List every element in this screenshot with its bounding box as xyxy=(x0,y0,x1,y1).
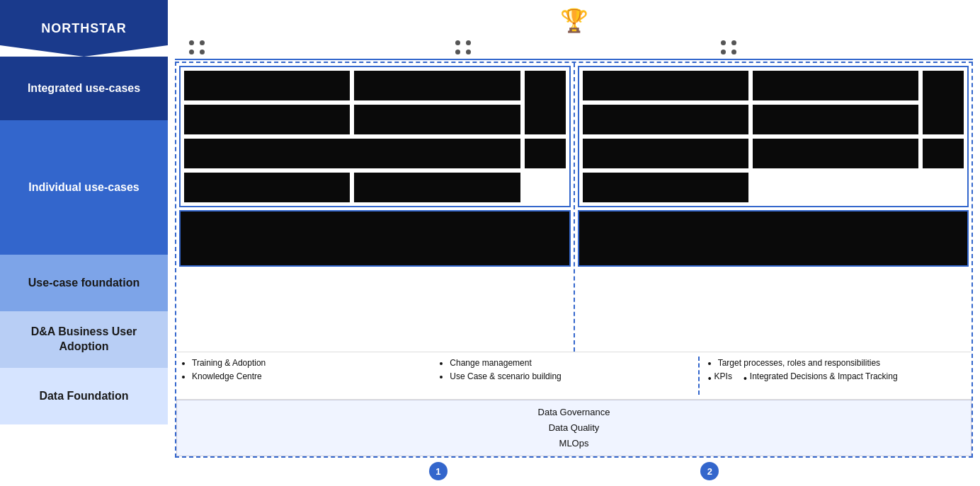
bullet-dot-mid-3 xyxy=(455,50,460,54)
adoption-item-6: KPIs xyxy=(714,370,732,383)
bullet-dot-right-2 xyxy=(731,40,736,45)
foundation-box-right xyxy=(578,210,969,267)
uc-cell-9 xyxy=(353,172,520,203)
uc-cell-4 xyxy=(183,104,351,135)
trophy-icon: 🏆 xyxy=(560,7,588,34)
sidebar-northstar: NORTHSTAR xyxy=(0,0,168,57)
dna-label: D&A Business User Adoption xyxy=(8,325,159,354)
header-section: 🏆 xyxy=(175,4,973,60)
bullet-row-1 xyxy=(189,38,427,45)
bullet-dot-3 xyxy=(189,50,194,54)
uc-cell-5 xyxy=(353,104,520,135)
adoption-item-7: Integrated Decisions & Impact Tracking xyxy=(750,370,898,383)
uc-cell-8 xyxy=(183,172,351,203)
trophy-row: 🏆 xyxy=(175,4,973,37)
adoption-item-5: Target processes, roles and responsibili… xyxy=(718,358,880,368)
bullet-row-right-2 xyxy=(721,47,959,54)
circle-label-2: 2 xyxy=(700,462,719,480)
bullet-dot-right-1 xyxy=(721,40,726,45)
sidebar: NORTHSTAR Integrated use-cases Individua… xyxy=(0,0,168,486)
bullet-row-mid-2 xyxy=(455,47,693,54)
uc-r-cell-4 xyxy=(582,104,749,135)
uc-r-cell-6 xyxy=(582,138,749,169)
circle-num-1: 1 xyxy=(429,462,448,480)
uc-grid-left xyxy=(179,66,571,207)
uc-r-cell-3-tall xyxy=(922,70,964,135)
uc-cell-6-wide xyxy=(183,138,521,169)
bullet-dot-mid-2 xyxy=(466,40,471,45)
bullet-section-mid xyxy=(441,38,707,54)
uc-cell-2 xyxy=(353,70,520,101)
df-item-3: MLOps xyxy=(183,436,965,451)
bullet-dot-2 xyxy=(200,40,205,45)
adoption-item-3: Change management xyxy=(450,358,531,368)
uc-cell-7 xyxy=(524,138,566,169)
bullet-section-left xyxy=(175,38,441,54)
bullet-dot-right-4 xyxy=(731,50,736,54)
bullet-dot-1 xyxy=(189,40,194,45)
bullet-section-right xyxy=(707,38,973,54)
individual-label: Individual use-cases xyxy=(28,180,139,195)
main-container: NORTHSTAR Integrated use-cases Individua… xyxy=(0,0,980,486)
uc-r-cell-7 xyxy=(752,138,919,169)
adoption-item-4: Use Case & scenario building xyxy=(450,371,561,381)
bullet-dot-mid-1 xyxy=(455,40,460,45)
bottom-labels: 1 2 xyxy=(175,458,973,482)
left-column xyxy=(176,63,575,352)
sidebar-integrated: Integrated use-cases xyxy=(0,57,168,120)
content-area: 🏆 xyxy=(168,0,980,486)
adoption-item-2: Knowledge Centre xyxy=(192,371,262,381)
sidebar-dna: D&A Business User Adoption xyxy=(0,311,168,368)
uc-cell-3-tall xyxy=(524,70,566,135)
adoption-row: Training & Adoption Knowledge Centre Cha… xyxy=(176,352,972,400)
outer-dashed-box: Training & Adoption Knowledge Centre Cha… xyxy=(175,62,973,458)
bullet-dots-row xyxy=(175,37,973,60)
df-item-1: Data Governance xyxy=(183,405,965,420)
uc-r-cell-9 xyxy=(582,172,749,203)
uc-cell-1 xyxy=(183,70,351,101)
circle-label-1: 1 xyxy=(429,462,448,480)
northstar-label: NORTHSTAR xyxy=(41,21,127,36)
uc-r-cell-5 xyxy=(752,104,919,135)
bullet-dot-right-3 xyxy=(721,50,726,54)
bullet-row-mid-1 xyxy=(455,38,693,45)
uc-r-cell-1 xyxy=(582,70,749,101)
data-foundation-row: Data Governance Data Quality MLOps xyxy=(176,400,972,456)
adoption-col-mid: Change management Use Case & scenario bu… xyxy=(440,357,697,395)
uc-r-cell-8 xyxy=(922,138,964,169)
bullet-row-2 xyxy=(189,47,427,54)
integrated-label: Integrated use-cases xyxy=(28,81,140,96)
sidebar-usecase: Use-case foundation xyxy=(0,255,168,311)
sidebar-individual: Individual use-cases xyxy=(0,120,168,255)
uc-r-cell-2 xyxy=(752,70,919,101)
columns-row xyxy=(176,63,972,352)
uc-grid-right xyxy=(578,66,969,207)
foundation-box-left xyxy=(179,210,571,267)
circle-num-2: 2 xyxy=(700,462,719,480)
data-foundation-sidebar-label: Data Foundation xyxy=(39,389,128,404)
usecase-label: Use-case foundation xyxy=(28,276,139,291)
adoption-item-1: Training & Adoption xyxy=(192,358,266,368)
sidebar-data-foundation: Data Foundation xyxy=(0,368,168,424)
bullet-dot-4 xyxy=(200,50,205,54)
right-column xyxy=(575,63,972,352)
adoption-col-left: Training & Adoption Knowledge Centre xyxy=(182,357,440,395)
bullet-row-right-1 xyxy=(721,38,959,45)
adoption-col-right: Target processes, roles and responsibili… xyxy=(698,357,966,395)
df-item-2: Data Quality xyxy=(183,420,965,436)
bullet-dot-mid-4 xyxy=(466,50,471,54)
